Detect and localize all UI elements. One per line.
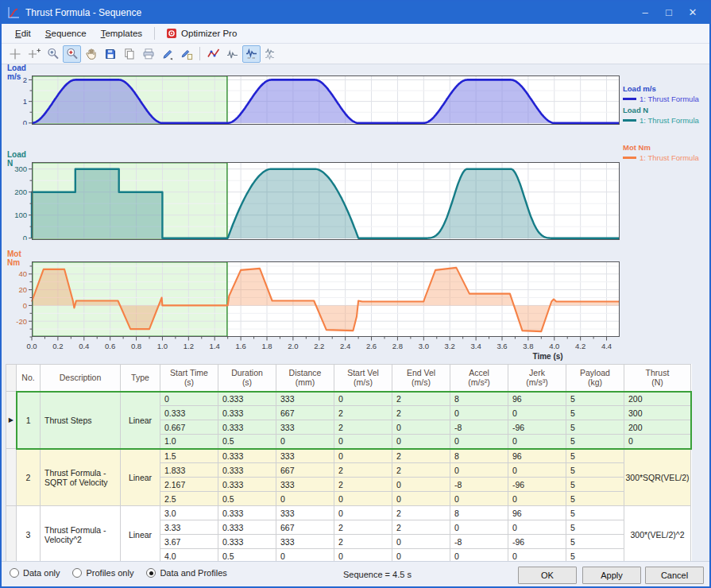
cell[interactable]: 5 (566, 478, 624, 492)
radio-data-only[interactable]: Data only (10, 568, 60, 578)
cell[interactable]: 2 (392, 463, 450, 478)
cell[interactable]: 1.0 (160, 435, 218, 449)
cell[interactable]: 0 (508, 492, 566, 506)
menu-sequence[interactable]: Sequence (38, 25, 94, 41)
cell[interactable]: 0 (624, 435, 691, 449)
cell[interactable]: 0 (334, 506, 392, 520)
cell[interactable]: 2 (334, 535, 392, 549)
minimize-button[interactable]: – (633, 4, 657, 21)
cell[interactable]: 5 (566, 520, 624, 535)
cell[interactable]: 200 (624, 420, 691, 435)
cell[interactable]: 3.0 (160, 506, 218, 520)
cell-thrust-formula[interactable]: 300*(VEL/2)^2 (624, 506, 691, 563)
cell[interactable]: 5 (566, 506, 624, 520)
cell[interactable]: 333 (276, 506, 334, 520)
toolbar-pen-note-button[interactable] (177, 45, 195, 63)
cell-type[interactable]: Linear (121, 506, 160, 563)
cell[interactable]: 0.333 (218, 478, 276, 492)
cell[interactable]: 0 (508, 435, 566, 449)
cell[interactable]: 5 (566, 449, 624, 463)
cell[interactable]: 0.333 (218, 463, 276, 478)
cell[interactable]: 5 (566, 392, 624, 406)
cell[interactable]: -96 (508, 535, 566, 549)
cell[interactable]: 8 (450, 449, 508, 463)
cell[interactable]: 0 (160, 392, 218, 406)
radio-profiles-only[interactable]: Profiles only (72, 568, 133, 578)
cell[interactable]: 5 (566, 406, 624, 420)
cell[interactable]: -96 (508, 420, 566, 435)
cell[interactable]: 0.333 (218, 535, 276, 549)
cell[interactable]: 8 (450, 506, 508, 520)
menu-optimizer-pro[interactable]: Optimizer Pro (160, 25, 243, 41)
cell[interactable]: 2 (392, 506, 450, 520)
cell[interactable]: 0.333 (218, 392, 276, 406)
chart-force[interactable]: 0100200300 (2, 162, 623, 240)
cancel-button[interactable]: Cancel (645, 567, 704, 584)
cell[interactable]: 2 (334, 420, 392, 435)
chart-torque[interactable]: -20020400.00.20.40.60.81.01.21.41.61.82.… (2, 261, 623, 364)
cell[interactable]: 0 (508, 463, 566, 478)
toolbar-crosshair-add-button[interactable] (25, 45, 43, 63)
cell[interactable]: 2.167 (160, 478, 218, 492)
cell[interactable]: 2 (392, 406, 450, 420)
cell[interactable]: 0 (334, 449, 392, 463)
cell[interactable]: 200 (624, 392, 691, 406)
cell[interactable]: 0 (276, 435, 334, 449)
cell[interactable]: 0 (334, 435, 392, 449)
cell[interactable]: 2 (392, 392, 450, 406)
cell-description[interactable]: Thrust Steps (41, 392, 121, 449)
cell[interactable]: -8 (450, 478, 508, 492)
close-button[interactable]: ✕ (681, 4, 705, 21)
cell[interactable]: 0 (276, 492, 334, 506)
cell[interactable]: 2.5 (160, 492, 218, 506)
row-selector[interactable] (6, 506, 17, 563)
cell[interactable]: -96 (508, 478, 566, 492)
cell[interactable]: 0.667 (160, 420, 218, 435)
cell[interactable]: 0.333 (160, 406, 218, 420)
cell[interactable]: 0 (450, 435, 508, 449)
cell[interactable]: 2 (334, 406, 392, 420)
toolbar-pan-hand-button[interactable] (82, 45, 100, 63)
cell[interactable]: 333 (276, 535, 334, 549)
cell[interactable]: 0 (392, 478, 450, 492)
cell[interactable]: 0.5 (218, 492, 276, 506)
toolbar-pen-button[interactable] (158, 45, 176, 63)
cell[interactable]: 667 (276, 406, 334, 420)
cell[interactable]: 333 (276, 420, 334, 435)
toolbar-zoom-in-button[interactable] (44, 45, 62, 63)
radio-icon[interactable] (72, 568, 82, 578)
cell[interactable]: 96 (508, 392, 566, 406)
chart-velocity[interactable]: 012 (2, 75, 623, 125)
cell-type[interactable]: Linear (121, 449, 160, 506)
cell[interactable]: 300 (624, 406, 691, 420)
cell[interactable]: 0 (392, 535, 450, 549)
cell[interactable]: 667 (276, 463, 334, 478)
cell[interactable]: 0 (508, 520, 566, 535)
cell-no[interactable]: 3 (17, 506, 41, 563)
cell[interactable]: 0 (450, 406, 508, 420)
menu-templates[interactable]: Templates (94, 25, 149, 41)
toolbar-plot-points-button[interactable] (204, 45, 222, 63)
apply-button[interactable]: Apply (582, 567, 641, 584)
cell[interactable]: 0 (450, 520, 508, 535)
cell[interactable]: 333 (276, 392, 334, 406)
toolbar-copy-button[interactable] (120, 45, 138, 63)
cell[interactable]: 2 (334, 478, 392, 492)
cell[interactable]: 2 (334, 463, 392, 478)
radio-icon[interactable] (10, 568, 19, 578)
cell[interactable]: 0 (334, 392, 392, 406)
toolbar-profile-wave-labels-button[interactable] (242, 45, 261, 63)
cell[interactable]: 96 (508, 506, 566, 520)
cell[interactable]: 667 (276, 520, 334, 535)
cell[interactable]: 0.333 (218, 420, 276, 435)
cell[interactable]: 0 (392, 435, 450, 449)
cell[interactable]: 333 (276, 449, 334, 463)
cell[interactable]: 8 (450, 392, 508, 406)
cell[interactable]: 1.833 (160, 463, 218, 478)
cell[interactable]: 0.333 (218, 406, 276, 420)
cell[interactable]: 333 (276, 478, 334, 492)
cell[interactable]: 5 (566, 492, 624, 506)
cell[interactable]: -8 (450, 420, 508, 435)
toolbar-print-button[interactable] (139, 45, 157, 63)
cell-type[interactable]: Linear (121, 392, 160, 449)
